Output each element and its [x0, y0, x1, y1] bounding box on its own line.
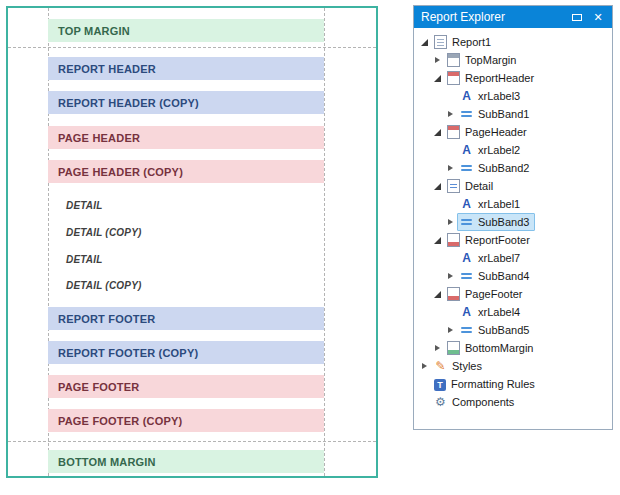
tree-node-content: TopMargin [444, 51, 522, 69]
minimize-icon [572, 14, 582, 21]
tree-node-content: SubBand1 [457, 105, 535, 123]
design-surface[interactable]: TOP MARGIN REPORT HEADER REPORT HEADER (… [6, 6, 378, 478]
tree-item-reportheader[interactable]: ReportHeader [414, 69, 612, 87]
expand-collapse-icon[interactable] [432, 181, 443, 192]
band-report-header-copy[interactable]: REPORT HEADER (COPY) [48, 91, 324, 114]
band-report-footer-copy[interactable]: REPORT FOOTER (COPY) [48, 341, 324, 364]
minimize-button[interactable] [570, 10, 584, 24]
expand-collapse-icon[interactable] [445, 163, 456, 174]
titlebar-buttons: ✕ [570, 10, 605, 24]
top-margin-guide [8, 47, 376, 48]
report-explorer-tree: Report1 TopMargin ReportHeader [414, 28, 612, 429]
tree-node-content: Detail [444, 177, 499, 195]
subband-lines-icon [460, 161, 473, 175]
label-a-icon: A [460, 305, 473, 319]
report-header-band-icon [447, 71, 460, 85]
tree-item-report1[interactable]: Report1 [414, 33, 612, 51]
band-page-footer[interactable]: PAGE FOOTER [48, 375, 324, 398]
expand-collapse-icon[interactable] [419, 361, 430, 372]
tree-item-xrlabel3[interactable]: A xrLabel3 [414, 87, 612, 105]
tree-node-content: A xrLabel1 [457, 195, 526, 213]
expand-arrow-placeholder [419, 379, 430, 390]
tree-item-subband5[interactable]: SubBand5 [414, 321, 612, 339]
tree-node-content: SubBand2 [457, 159, 535, 177]
band-caption: PAGE FOOTER [48, 381, 139, 393]
band-detail-copy[interactable]: DETAIL (COPY) [48, 222, 324, 242]
tree-node-content: ReportFooter [444, 231, 536, 249]
band-top-margin[interactable]: TOP MARGIN [48, 19, 324, 42]
band-page-header-copy[interactable]: PAGE HEADER (COPY) [48, 160, 324, 183]
tree-item-xrlabel4[interactable]: A xrLabel4 [414, 303, 612, 321]
tree-node-content: A xrLabel7 [457, 249, 526, 267]
tree-node-content: A xrLabel2 [457, 141, 526, 159]
top-margin-band-icon [447, 53, 460, 67]
band-caption: PAGE HEADER (COPY) [48, 166, 183, 178]
expand-collapse-icon[interactable] [445, 109, 456, 120]
band-caption: TOP MARGIN [48, 25, 130, 37]
band-page-header[interactable]: PAGE HEADER [48, 126, 324, 149]
subband-lines-icon [460, 269, 473, 283]
expand-arrow-placeholder [419, 397, 430, 408]
report-designer-window: TOP MARGIN REPORT HEADER REPORT HEADER (… [0, 0, 620, 495]
band-page-footer-copy[interactable]: PAGE FOOTER (COPY) [48, 409, 324, 432]
expand-collapse-icon[interactable] [432, 127, 443, 138]
tree-item-subband4[interactable]: SubBand4 [414, 267, 612, 285]
subband-lines-icon [460, 215, 473, 229]
tree-node-content: Styles [431, 357, 488, 375]
band-caption: DETAIL (COPY) [48, 227, 142, 238]
tree-node-content: SubBand5 [457, 321, 535, 339]
close-button[interactable]: ✕ [591, 10, 605, 24]
tree-item-xrlabel7[interactable]: A xrLabel7 [414, 249, 612, 267]
band-caption: REPORT FOOTER [48, 313, 155, 325]
tree-node-content: PageHeader [444, 123, 533, 141]
band-report-header[interactable]: REPORT HEADER [48, 57, 324, 80]
label-a-icon: A [460, 143, 473, 157]
right-margin-guide [324, 8, 325, 476]
tree-item-pagefooter[interactable]: PageFooter [414, 285, 612, 303]
band-detail-copy-2[interactable]: DETAIL (COPY) [48, 275, 324, 295]
subband-lines-icon [460, 323, 473, 337]
formatting-rules-icon: T [434, 379, 446, 391]
tree-item-pageheader[interactable]: PageHeader [414, 123, 612, 141]
tree-item-xrlabel1[interactable]: A xrLabel1 [414, 195, 612, 213]
expand-collapse-icon[interactable] [445, 325, 456, 336]
tree-item-topmargin[interactable]: TopMargin [414, 51, 612, 69]
tree-item-subband3[interactable]: SubBand3 [414, 213, 612, 231]
tree-item-reportfooter[interactable]: ReportFooter [414, 231, 612, 249]
expand-collapse-icon[interactable] [432, 289, 443, 300]
expand-collapse-icon[interactable] [445, 217, 456, 228]
expand-collapse-icon[interactable] [419, 37, 430, 48]
detail-band-icon [447, 179, 460, 193]
tree-item-xrlabel2[interactable]: A xrLabel2 [414, 141, 612, 159]
report-explorer-panel: Report Explorer ✕ Report1 TopMargin [413, 5, 613, 430]
panel-title: Report Explorer [414, 10, 570, 24]
tree-node-content: ReportHeader [444, 69, 540, 87]
expand-collapse-icon[interactable] [432, 235, 443, 246]
expand-collapse-icon[interactable] [445, 271, 456, 282]
tree-item-detail[interactable]: Detail [414, 177, 612, 195]
panel-titlebar[interactable]: Report Explorer ✕ [414, 6, 612, 28]
tree-item-bottommargin[interactable]: BottomMargin [414, 339, 612, 357]
band-report-footer[interactable]: REPORT FOOTER [48, 307, 324, 330]
expand-arrow-placeholder [445, 145, 456, 156]
tree-item-subband2[interactable]: SubBand2 [414, 159, 612, 177]
expand-arrow-placeholder [445, 199, 456, 210]
tree-item-formatting-rules[interactable]: T Formatting Rules [414, 375, 612, 393]
band-caption: BOTTOM MARGIN [48, 456, 156, 468]
expand-collapse-icon[interactable] [432, 55, 443, 66]
band-caption: PAGE FOOTER (COPY) [48, 415, 182, 427]
band-detail[interactable]: DETAIL [48, 195, 324, 215]
tree-node-content: PageFooter [444, 285, 528, 303]
band-detail-2[interactable]: DETAIL [48, 249, 324, 269]
bottom-margin-guide [8, 441, 376, 442]
expand-collapse-icon[interactable] [432, 73, 443, 84]
tree-item-components[interactable]: Components [414, 393, 612, 411]
band-caption: REPORT HEADER (COPY) [48, 97, 199, 109]
tree-item-subband1[interactable]: SubBand1 [414, 105, 612, 123]
tree-item-styles[interactable]: Styles [414, 357, 612, 375]
expand-collapse-icon[interactable] [432, 343, 443, 354]
band-caption: REPORT HEADER [48, 63, 156, 75]
band-bottom-margin[interactable]: BOTTOM MARGIN [48, 450, 324, 473]
tree-node-content: T Formatting Rules [431, 376, 541, 393]
expand-arrow-placeholder [445, 91, 456, 102]
